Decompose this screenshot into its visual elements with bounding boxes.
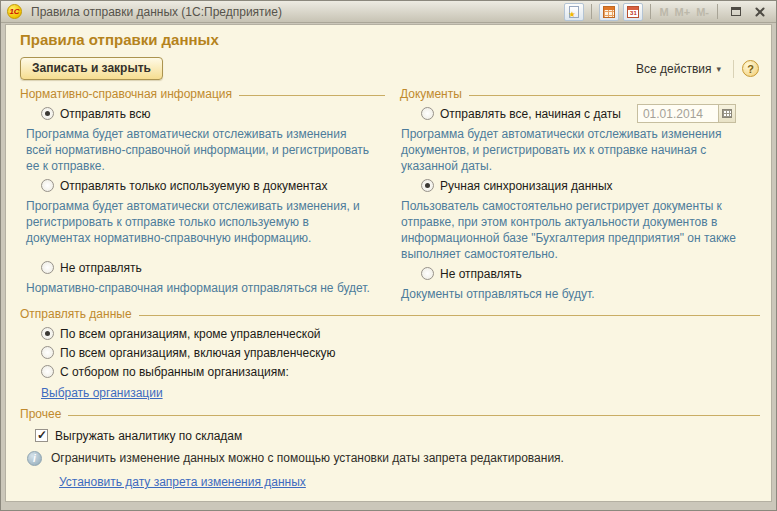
section-rule [239, 95, 385, 96]
radio-label: Не отправлять [60, 261, 142, 275]
titlebar-buttons: 31 M M+ M- [562, 3, 769, 21]
app-window: 1С Правила отправки данных (1С:Предприят… [0, 0, 777, 511]
radio-icon [41, 327, 54, 340]
radio-all-orgs-including-management[interactable]: По всем организациям, включая управленче… [41, 345, 762, 360]
checkbox-icon [35, 429, 48, 442]
choose-organizations-link[interactable]: Выбрать организации [41, 385, 163, 401]
radio-send-all-nsi[interactable]: Отправлять всю [41, 106, 387, 121]
section-documents: Документы Отправлять все, начиная с даты… [395, 86, 762, 304]
memory-m-minus-button: M- [693, 6, 712, 18]
favorites-button[interactable] [564, 3, 584, 21]
calculator-icon [603, 6, 615, 18]
radio-icon [421, 267, 434, 280]
radio-icon [41, 346, 54, 359]
close-icon [754, 6, 765, 17]
calendar-grid-icon [722, 109, 732, 118]
section-nsi: Нормативно-справочная информация Отправл… [15, 86, 387, 298]
date-picker-button[interactable] [719, 104, 736, 123]
section-documents-title: Документы [400, 87, 462, 101]
radio-all-orgs-except-management[interactable]: По всем организациям, кроме управленческ… [41, 326, 762, 341]
all-actions-label: Все действия [636, 62, 711, 76]
radio-label: По всем организациям, включая управленче… [60, 346, 336, 360]
save-and-close-button[interactable]: Записать и закрыть [20, 57, 163, 80]
radio-description: Документы отправляться не будут. [401, 286, 748, 302]
app-icon: 1С [7, 4, 22, 19]
radio-not-send-docs[interactable]: Не отправлять [421, 266, 762, 281]
radio-label: Отправлять всю [60, 107, 151, 121]
form-body: Правила отправки данных Записать и закры… [5, 24, 772, 502]
maximize-icon [731, 7, 741, 16]
titlebar-separator [717, 4, 718, 19]
titlebar-separator [650, 4, 651, 19]
radio-send-docs-from-date[interactable]: Отправлять все, начиная с даты [421, 106, 762, 121]
radio-icon [421, 179, 434, 192]
titlebar-separator [591, 4, 592, 19]
radio-icon [41, 365, 54, 378]
radio-label: Ручная синхронизация данных [440, 179, 613, 193]
radio-icon [421, 107, 434, 120]
section-rule [139, 315, 760, 316]
calendar-icon: 31 [627, 6, 639, 18]
radio-label: Не отправлять [440, 267, 522, 281]
radio-selected-orgs[interactable]: С отбором по выбранным организациям: [41, 364, 762, 379]
radio-label: По всем организациям, кроме управленческ… [60, 327, 321, 341]
chevron-down-icon: ▾ [716, 64, 721, 74]
start-date-field[interactable] [637, 104, 719, 123]
window-title: Правила отправки данных (1С:Предприятие) [31, 5, 282, 19]
checkbox-label: Выгружать аналитику по складам [55, 429, 242, 443]
radio-description: Программа будет автоматически отслеживат… [401, 126, 748, 174]
radio-description: Программа будет автоматически отслеживат… [26, 126, 373, 174]
page-title: Правила отправки данных [20, 31, 762, 49]
all-actions-button[interactable]: Все действия ▾ [632, 60, 725, 78]
set-restriction-date-link[interactable]: Установить дату запрета изменения данных [59, 474, 306, 490]
window-titlebar: 1С Правила отправки данных (1С:Предприят… [1, 1, 776, 23]
radio-label: С отбором по выбранным организациям: [60, 365, 289, 379]
command-bar: Записать и закрыть Все действия ▾ ? [20, 57, 759, 80]
maximize-button[interactable] [726, 3, 746, 21]
section-rule [469, 95, 760, 96]
radio-icon [41, 261, 54, 274]
section-send-data-title: Отправлять данные [20, 307, 132, 321]
memory-m-button: M [656, 6, 671, 18]
section-rule [68, 415, 760, 416]
radio-icon [41, 107, 54, 120]
memory-m-plus-button: M+ [672, 6, 694, 18]
section-other: Прочее Выгружать аналитику по складам i … [15, 406, 762, 490]
command-bar-separator [733, 60, 734, 78]
checkbox-export-warehouse-analytics[interactable]: Выгружать аналитику по складам [35, 428, 762, 443]
section-nsi-title: Нормативно-справочная информация [20, 87, 232, 101]
radio-description: Нормативно-справочная информация отправл… [26, 280, 373, 296]
radio-icon [41, 179, 54, 192]
calculator-button[interactable] [599, 3, 619, 21]
info-icon: i [27, 451, 42, 466]
radio-description: Программа будет автоматически отслеживат… [26, 198, 373, 246]
radio-send-used-nsi[interactable]: Отправлять только используемую в докумен… [41, 178, 387, 193]
section-send-data: Отправлять данные По всем организациям, … [15, 306, 762, 401]
radio-manual-sync[interactable]: Ручная синхронизация данных [421, 178, 762, 193]
section-other-title: Прочее [20, 407, 61, 421]
help-button[interactable]: ? [742, 60, 759, 77]
radio-description: Пользователь самостоятельно регистрирует… [401, 198, 748, 262]
close-button[interactable] [749, 3, 769, 21]
radio-label: Отправлять все, начиная с даты [440, 107, 621, 121]
info-text: Ограничить изменение данных можно с помо… [51, 451, 564, 466]
favorites-icon [569, 6, 579, 18]
calendar-button[interactable]: 31 [623, 3, 643, 21]
radio-not-send-nsi[interactable]: Не отправлять [41, 260, 387, 275]
radio-label: Отправлять только используемую в докумен… [60, 179, 328, 193]
